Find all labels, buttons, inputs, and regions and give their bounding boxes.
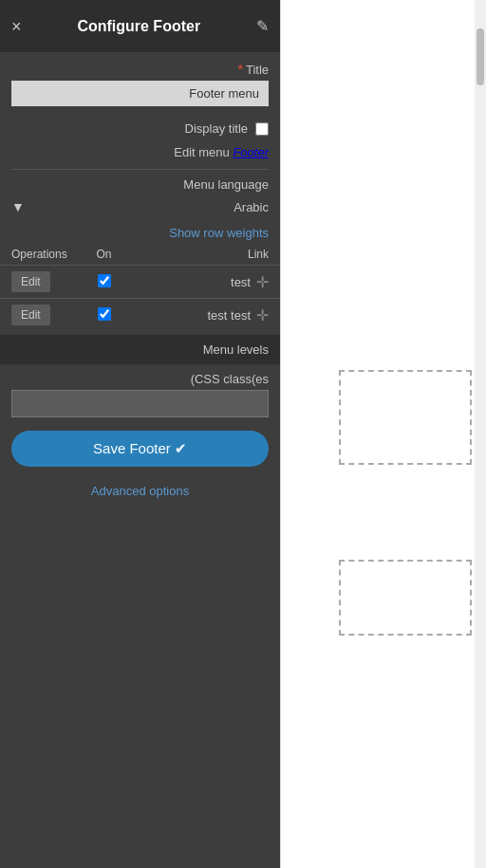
css-class-label: (CSS class(es [0,364,280,390]
required-star: * [237,62,242,77]
close-button[interactable]: × [11,18,22,35]
row2-drag-handle[interactable]: ✛ [256,306,269,324]
row2-on-checkbox[interactable] [98,307,111,321]
row2-operations: Edit [11,305,87,325]
edit-menu-link[interactable]: Footer [233,145,269,159]
table-header: Operations On Link [0,244,280,265]
chevron-down-icon: ▼ [11,199,25,214]
row1-drag-handle[interactable]: ✛ [256,273,269,291]
row2-edit-button[interactable]: Edit [11,305,50,325]
header: × Configure Footer ✎ [0,0,280,52]
show-row-weights: Show row weights [0,218,280,244]
menu-levels-label: Menu levels [11,342,269,357]
row1-link-cell: test ✛ [121,273,269,291]
table-row: Edit test test ✛ [0,298,280,331]
advanced-options-link[interactable]: Advanced options [91,484,189,498]
display-title-label: Display title [185,121,248,136]
scrollbar-thumb [477,28,484,85]
col-on-header: On [87,248,121,261]
row1-on-checkbox[interactable] [98,274,111,287]
col-link-header: Link [121,248,269,261]
row1-edit-button[interactable]: Edit [11,271,50,292]
title-label: * Title [11,62,269,77]
edit-icon-button[interactable]: ✎ [256,17,269,35]
edit-menu-prefix: Edit menu [174,145,230,159]
show-row-weights-link[interactable]: Show row weights [169,226,269,240]
row1-on-cell [87,274,121,290]
row2-link-text: test test [207,308,251,323]
col-operations-header: Operations [11,248,87,261]
title-section: * Title [0,52,280,116]
right-panel [280,0,486,868]
sidebar: × Configure Footer ✎ * Title Display tit… [0,0,280,868]
advanced-options-section: Advanced options [0,480,280,509]
row2-link-cell: test test ✛ [121,306,269,324]
menu-language-label: Menu language [0,170,280,195]
menu-levels-section: Menu levels [0,335,280,364]
css-class-input[interactable] [11,390,269,417]
close-icon: × [11,17,22,36]
row1-operations: Edit [11,271,87,292]
save-footer-button[interactable]: Save Footer ✔ [11,431,269,467]
edit-menu-row: Edit menu Footer [0,141,280,169]
display-title-checkbox[interactable] [255,122,269,136]
pencil-icon: ✎ [256,18,269,34]
row1-link-text: test [231,275,251,289]
display-title-row: Display title [0,116,280,141]
language-select-row[interactable]: ▼ Arabic [0,195,280,218]
dashed-outline-1 [339,370,472,465]
table-row: Edit test ✛ [0,265,280,298]
page-title: Configure Footer [22,18,256,35]
language-select-value: Arabic [30,200,269,214]
row2-on-cell [87,307,121,323]
scrollbar[interactable] [475,0,486,868]
css-class-section [0,390,280,417]
title-input[interactable] [11,81,269,106]
dashed-outline-2 [339,560,472,636]
